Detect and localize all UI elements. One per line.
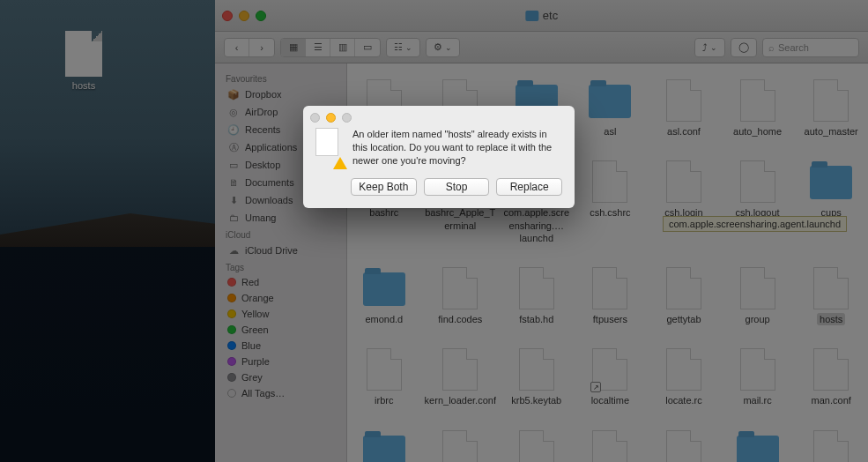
file-item-nanorc[interactable]: nanorc: [500, 427, 574, 462]
close-button[interactable]: [222, 11, 233, 21]
file-item-kern-loader-conf[interactable]: kern_loader.conf: [421, 345, 500, 410]
back-button[interactable]: ‹: [225, 39, 249, 56]
dialog-close-button[interactable]: [310, 113, 320, 123]
file-name-label: group: [746, 313, 770, 325]
sidebar-item-icon: 📦: [227, 88, 240, 101]
document-icon: [666, 267, 701, 309]
sidebar-item-label: Yellow: [241, 309, 269, 319]
file-name-label: gettytab: [666, 313, 701, 325]
file-item-locate-rc[interactable]: locate.rc: [647, 345, 721, 410]
sidebar-item-label: Umang: [245, 212, 276, 223]
file-item-asl-conf[interactable]: asl.conf: [647, 76, 721, 141]
file-item-mail-rc[interactable]: mail.rc: [721, 345, 795, 410]
file-name-label: csh.logout: [736, 206, 780, 219]
forward-button[interactable]: ›: [249, 39, 274, 56]
document-icon: [666, 79, 701, 122]
file-item-csh-logout[interactable]: csh.logout: [721, 157, 795, 248]
sidebar-item-label: Green: [241, 324, 269, 335]
desktop-file-hosts[interactable]: hosts: [57, 31, 110, 91]
file-name-label: asl.conf: [667, 125, 701, 138]
sidebar-item-label: Documents: [245, 177, 294, 188]
file-item-auto-master[interactable]: auto_master: [794, 76, 868, 141]
file-item-fstab-hd[interactable]: fstab.hd: [500, 264, 574, 329]
sidebar-item-icon: 🗎: [227, 176, 240, 189]
tag-dot-icon: [227, 341, 236, 350]
file-name-label: emond.d: [365, 313, 403, 325]
replace-dialog: An older item named "hosts" already exis…: [303, 106, 575, 208]
file-item-newsyslog-d[interactable]: newsyslog.d: [721, 427, 795, 462]
search-field[interactable]: ⌕ Search: [762, 38, 859, 57]
maximize-button[interactable]: [256, 11, 266, 21]
document-icon: [740, 267, 775, 309]
tags-button[interactable]: ◯: [731, 38, 757, 57]
file-item-newsyslog-conf[interactable]: newsyslog.conf: [647, 427, 721, 462]
file-item-auto-home[interactable]: auto_home: [721, 76, 795, 141]
file-item-group[interactable]: group: [721, 264, 795, 329]
file-name-label: asl: [604, 125, 616, 138]
file-item-man-conf[interactable]: man.conf: [794, 345, 868, 410]
dialog-message: An older item named "hosts" already exis…: [352, 128, 562, 168]
document-icon: [666, 160, 701, 203]
folder-icon: [363, 272, 405, 306]
stop-button[interactable]: Stop: [424, 178, 490, 196]
file-item-csh-cshrc[interactable]: csh.cshrc: [574, 157, 648, 248]
file-item-networks[interactable]: networks: [574, 427, 648, 462]
document-icon: [592, 160, 627, 203]
sidebar-item-green[interactable]: Green: [215, 322, 346, 338]
sidebar-header: iCloud: [215, 227, 346, 242]
file-name-label: mail.rc: [743, 394, 771, 406]
sidebar-item-grey[interactable]: Grey: [215, 369, 346, 385]
sidebar-item-all-tags-[interactable]: All Tags…: [215, 385, 346, 401]
file-item-irbrc[interactable]: irbrc: [347, 345, 421, 410]
file-item-krb5-keytab[interactable]: krb5.keytab: [500, 345, 574, 410]
icon-view-button[interactable]: ▦: [281, 39, 306, 56]
file-item-find-codes[interactable]: find.codes: [421, 264, 500, 329]
file-item-nfs-conf[interactable]: nfs.conf: [794, 427, 868, 462]
minimize-button[interactable]: [239, 11, 249, 21]
file-name-label: find.codes: [438, 313, 482, 325]
sidebar-item-label: Grey: [241, 372, 263, 383]
file-item-asl[interactable]: asl: [574, 76, 648, 141]
tag-dot-icon: [227, 294, 236, 302]
file-name-label: csh.cshrc: [590, 206, 630, 219]
sidebar-item-orange[interactable]: Orange: [215, 290, 346, 306]
sidebar-item-yellow[interactable]: Yellow: [215, 306, 346, 322]
file-item-gettytab[interactable]: gettytab: [647, 264, 721, 329]
sidebar-item-label: Blue: [241, 340, 261, 351]
sidebar-item-purple[interactable]: Purple: [215, 354, 346, 369]
replace-button[interactable]: Replace: [496, 178, 562, 196]
file-item-emond-d[interactable]: emond.d: [347, 264, 421, 329]
list-view-button[interactable]: ☰: [306, 39, 330, 56]
document-icon: [519, 267, 554, 309]
dialog-minimize-button[interactable]: [326, 113, 336, 123]
file-name-label: krb5.keytab: [511, 394, 561, 406]
sidebar-item-icon: ▭: [227, 159, 240, 171]
sidebar-item-blue[interactable]: Blue: [215, 338, 346, 354]
file-item-manpaths-d[interactable]: manpaths.d: [347, 427, 421, 462]
file-item-ftpusers[interactable]: ftpusers: [574, 264, 648, 329]
column-view-button[interactable]: ▥: [330, 39, 355, 56]
titlebar[interactable]: etc: [215, 0, 868, 32]
sidebar-header: Tags: [215, 259, 346, 274]
document-icon: ↗: [592, 348, 627, 391]
share-button[interactable]: ⤴: [694, 38, 725, 57]
sidebar-item-label: Desktop: [245, 160, 280, 170]
file-item-csh-login[interactable]: csh.login: [647, 157, 721, 248]
document-icon: [666, 348, 701, 391]
action-button[interactable]: ⚙: [426, 38, 460, 57]
document-icon: [813, 267, 849, 309]
gallery-view-button[interactable]: ▭: [355, 39, 380, 56]
sidebar-item-umang[interactable]: 🗀Umang: [215, 209, 346, 227]
group-by-button[interactable]: ☷: [386, 38, 420, 57]
dialog-maximize-button: [342, 113, 352, 123]
file-item-cups[interactable]: cups: [794, 157, 868, 248]
file-item-hosts[interactable]: hosts: [794, 264, 868, 329]
file-item-master-passwd[interactable]: master.passwd: [421, 427, 500, 462]
sidebar-item-label: Red: [241, 277, 259, 287]
keep-both-button[interactable]: Keep Both: [351, 178, 417, 196]
sidebar-item-red[interactable]: Red: [215, 274, 346, 290]
tag-dot-icon: [227, 357, 236, 366]
sidebar-item-dropbox[interactable]: 📦Dropbox: [215, 86, 346, 103]
file-item-localtime[interactable]: ↗localtime: [574, 345, 648, 410]
sidebar-item-icloud-drive[interactable]: ☁iCloud Drive: [215, 242, 346, 259]
